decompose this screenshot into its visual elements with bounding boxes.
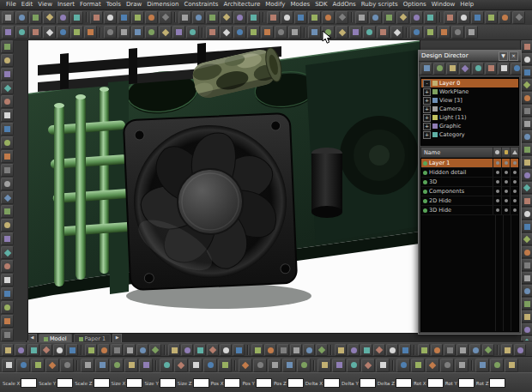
- tool-button[interactable]: [455, 359, 469, 372]
- tool-button[interactable]: [521, 169, 532, 181]
- tool-button[interactable]: [363, 26, 376, 39]
- tool-button[interactable]: [322, 11, 335, 24]
- lock-cell[interactable]: [501, 159, 510, 167]
- status-field-input[interactable]: [427, 378, 444, 388]
- tool-button[interactable]: [189, 359, 203, 372]
- tool-button[interactable]: [377, 26, 390, 39]
- tool-button[interactable]: [521, 272, 532, 284]
- tool-button[interactable]: [90, 11, 103, 24]
- tool-button[interactable]: [376, 359, 390, 372]
- tool-button[interactable]: [521, 92, 532, 104]
- tool-button[interactable]: [233, 11, 246, 24]
- tool-button[interactable]: [521, 246, 532, 258]
- tool-button[interactable]: [1, 232, 14, 245]
- tool-button[interactable]: [361, 359, 375, 372]
- expander-icon[interactable]: +: [423, 123, 431, 130]
- tool-button[interactable]: [1, 150, 14, 163]
- visibility-column-header[interactable]: [493, 148, 501, 157]
- menu-item-draw[interactable]: Draw: [124, 0, 144, 9]
- layer-row-3d[interactable]: 3D: [421, 178, 518, 187]
- tool-button[interactable]: [159, 11, 172, 24]
- tool-button[interactable]: [66, 344, 78, 356]
- tool-button[interactable]: [168, 344, 180, 356]
- panel-collapse-button[interactable]: ▼: [499, 51, 508, 61]
- print-cell[interactable]: [510, 196, 518, 205]
- tool-button[interactable]: [1, 81, 14, 94]
- tool-button[interactable]: [521, 311, 532, 323]
- tool-button[interactable]: [2, 359, 15, 372]
- tool-button[interactable]: [308, 11, 321, 24]
- tool-button[interactable]: [149, 344, 161, 356]
- tool-button[interactable]: [1, 329, 14, 341]
- tool-button[interactable]: [399, 344, 411, 356]
- tree-item-layer-0[interactable]: -Layer 0: [421, 79, 518, 87]
- tool-button[interactable]: [131, 11, 144, 24]
- tool-button[interactable]: [84, 26, 97, 39]
- tool-button[interactable]: [206, 11, 219, 24]
- tool-button[interactable]: [2, 11, 15, 24]
- status-field-input[interactable]: [287, 378, 304, 388]
- layer-row-hidden-detail[interactable]: Hidden detail: [421, 168, 518, 178]
- tool-button[interactable]: [386, 344, 398, 356]
- status-field-input[interactable]: [489, 378, 505, 388]
- tool-button[interactable]: [95, 359, 109, 372]
- tool-button[interactable]: [104, 26, 117, 39]
- tool-button[interactable]: [264, 344, 276, 356]
- tool-button[interactable]: [267, 11, 280, 24]
- tool-button[interactable]: [348, 344, 360, 356]
- tool-button[interactable]: [521, 40, 532, 52]
- tool-button[interactable]: [297, 359, 311, 372]
- tool-button[interactable]: [512, 11, 525, 24]
- tool-button[interactable]: [433, 63, 445, 75]
- print-cell[interactable]: [510, 168, 518, 177]
- tool-button[interactable]: [303, 344, 315, 356]
- tool-button[interactable]: [207, 344, 219, 356]
- viewport-canvas[interactable]: [26, 39, 420, 333]
- panel-title-bar[interactable]: Design Director ▼ ×: [419, 51, 521, 62]
- tool-button[interactable]: [511, 63, 521, 75]
- menu-item-window[interactable]: Window: [429, 0, 458, 9]
- tool-button[interactable]: [178, 11, 191, 24]
- status-field-input[interactable]: [126, 378, 142, 388]
- status-field-input[interactable]: [360, 378, 376, 388]
- tool-button[interactable]: [521, 298, 532, 310]
- tool-button[interactable]: [206, 26, 219, 39]
- tool-button[interactable]: [521, 323, 532, 335]
- layer-row-components[interactable]: Components: [421, 187, 518, 196]
- tool-button[interactable]: [15, 26, 28, 39]
- status-field-input[interactable]: [224, 378, 240, 388]
- tool-button[interactable]: [521, 259, 532, 271]
- status-field-input[interactable]: [193, 378, 209, 388]
- tool-button[interactable]: [440, 359, 454, 372]
- tool-button[interactable]: [498, 63, 510, 75]
- tree-item-category[interactable]: +Category: [421, 130, 518, 139]
- menu-item-sdk[interactable]: SDK: [312, 0, 329, 9]
- tool-button[interactable]: [233, 344, 245, 356]
- tool-button[interactable]: [1, 219, 14, 232]
- tree-item-light-11[interactable]: +Light (11): [421, 113, 518, 122]
- tool-button[interactable]: [335, 344, 347, 356]
- tool-button[interactable]: [490, 359, 504, 372]
- menu-item-edit[interactable]: Edit: [19, 0, 36, 9]
- tool-button[interactable]: [281, 11, 293, 24]
- tool-button[interactable]: [251, 344, 263, 356]
- expander-icon[interactable]: -: [423, 80, 431, 87]
- visibility-cell[interactable]: [493, 187, 501, 196]
- tool-button[interactable]: [369, 11, 382, 24]
- tool-button[interactable]: [174, 359, 188, 372]
- visibility-cell[interactable]: [493, 159, 501, 167]
- tool-button[interactable]: [60, 359, 74, 372]
- tool-button[interactable]: [181, 344, 193, 356]
- tool-button[interactable]: [521, 285, 532, 297]
- tool-button[interactable]: [1, 287, 14, 300]
- tool-button[interactable]: [2, 344, 14, 356]
- tool-button[interactable]: [355, 11, 368, 24]
- tool-button[interactable]: [444, 11, 456, 24]
- status-field-input[interactable]: [160, 378, 176, 388]
- tool-button[interactable]: [131, 26, 144, 39]
- lock-cell[interactable]: [501, 168, 510, 177]
- lock-cell[interactable]: [501, 178, 510, 186]
- menu-item-addons[interactable]: AddOns: [330, 0, 359, 9]
- tool-button[interactable]: [118, 26, 130, 39]
- panel-close-button[interactable]: ×: [509, 51, 518, 61]
